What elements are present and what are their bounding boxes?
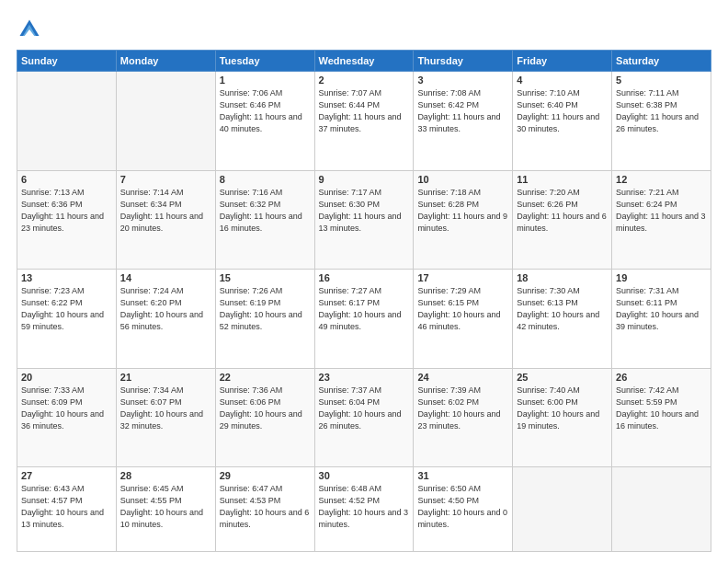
calendar-cell: 3Sunrise: 7:08 AM Sunset: 6:42 PM Daylig…: [414, 72, 513, 171]
day-number: 8: [220, 174, 311, 185]
calendar-cell: 10Sunrise: 7:18 AM Sunset: 6:28 PM Dayli…: [414, 170, 513, 270]
day-number: 26: [616, 372, 707, 383]
cell-info: Sunrise: 7:33 AM Sunset: 6:09 PM Dayligh…: [21, 385, 112, 432]
calendar-cell: [116, 72, 215, 171]
calendar-cell: [612, 467, 711, 552]
cell-info: Sunrise: 6:45 AM Sunset: 4:55 PM Dayligh…: [120, 483, 211, 531]
calendar-cell: 13Sunrise: 7:23 AM Sunset: 6:22 PM Dayli…: [17, 270, 117, 369]
cell-info: Sunrise: 7:42 AM Sunset: 5:59 PM Dayligh…: [616, 385, 707, 432]
calendar-cell: 20Sunrise: 7:33 AM Sunset: 6:09 PM Dayli…: [17, 368, 117, 467]
calendar-cell: 14Sunrise: 7:24 AM Sunset: 6:20 PM Dayli…: [116, 270, 215, 369]
day-number: 2: [319, 75, 410, 86]
day-number: 20: [21, 372, 112, 383]
day-number: 12: [616, 174, 707, 185]
day-number: 19: [616, 272, 707, 283]
logo: [17, 17, 46, 42]
cell-info: Sunrise: 7:16 AM Sunset: 6:32 PM Dayligh…: [220, 187, 311, 235]
day-number: 1: [220, 75, 311, 86]
day-number: 9: [319, 174, 410, 185]
cell-info: Sunrise: 7:39 AM Sunset: 6:02 PM Dayligh…: [417, 385, 508, 432]
day-number: 6: [21, 174, 112, 185]
calendar-cell: 19Sunrise: 7:31 AM Sunset: 6:11 PM Dayli…: [612, 270, 711, 369]
calendar-header-row: SundayMondayTuesdayWednesdayThursdayFrid…: [17, 51, 711, 72]
calendar-cell: 17Sunrise: 7:29 AM Sunset: 6:15 PM Dayli…: [414, 270, 513, 369]
cell-info: Sunrise: 7:29 AM Sunset: 6:15 PM Dayligh…: [417, 285, 508, 333]
calendar-cell: 8Sunrise: 7:16 AM Sunset: 6:32 PM Daylig…: [215, 170, 314, 270]
day-number: 23: [319, 372, 410, 383]
day-number: 21: [120, 372, 211, 383]
day-number: 13: [21, 272, 112, 283]
cell-info: Sunrise: 7:40 AM Sunset: 6:00 PM Dayligh…: [517, 385, 608, 432]
calendar-cell: 9Sunrise: 7:17 AM Sunset: 6:30 PM Daylig…: [314, 170, 414, 270]
calendar-cell: 22Sunrise: 7:36 AM Sunset: 6:06 PM Dayli…: [215, 368, 314, 467]
calendar-cell: 24Sunrise: 7:39 AM Sunset: 6:02 PM Dayli…: [414, 368, 513, 467]
calendar-cell: 31Sunrise: 6:50 AM Sunset: 4:50 PM Dayli…: [414, 467, 513, 552]
day-number: 16: [319, 272, 410, 283]
day-number: 22: [220, 372, 311, 383]
calendar-cell: 6Sunrise: 7:13 AM Sunset: 6:36 PM Daylig…: [17, 170, 117, 270]
calendar-cell: 23Sunrise: 7:37 AM Sunset: 6:04 PM Dayli…: [314, 368, 414, 467]
day-number: 15: [220, 272, 311, 283]
day-number: 11: [517, 174, 608, 185]
calendar-cell: 28Sunrise: 6:45 AM Sunset: 4:55 PM Dayli…: [116, 467, 215, 552]
cell-info: Sunrise: 7:08 AM Sunset: 6:42 PM Dayligh…: [417, 87, 508, 135]
cell-info: Sunrise: 7:30 AM Sunset: 6:13 PM Dayligh…: [517, 285, 608, 333]
cell-info: Sunrise: 7:21 AM Sunset: 6:24 PM Dayligh…: [616, 187, 707, 235]
cell-info: Sunrise: 7:37 AM Sunset: 6:04 PM Dayligh…: [319, 385, 410, 432]
cell-info: Sunrise: 7:11 AM Sunset: 6:38 PM Dayligh…: [616, 87, 707, 135]
cell-info: Sunrise: 7:36 AM Sunset: 6:06 PM Dayligh…: [220, 385, 311, 432]
week-row-2: 6Sunrise: 7:13 AM Sunset: 6:36 PM Daylig…: [17, 170, 711, 270]
cell-info: Sunrise: 7:34 AM Sunset: 6:07 PM Dayligh…: [120, 385, 211, 432]
cell-info: Sunrise: 6:43 AM Sunset: 4:57 PM Dayligh…: [21, 483, 112, 531]
cell-info: Sunrise: 7:10 AM Sunset: 6:40 PM Dayligh…: [517, 87, 608, 135]
day-number: 5: [616, 75, 707, 86]
week-row-4: 20Sunrise: 7:33 AM Sunset: 6:09 PM Dayli…: [17, 368, 711, 467]
week-row-3: 13Sunrise: 7:23 AM Sunset: 6:22 PM Dayli…: [17, 270, 711, 369]
calendar-cell: 15Sunrise: 7:26 AM Sunset: 6:19 PM Dayli…: [215, 270, 314, 369]
cell-info: Sunrise: 6:48 AM Sunset: 4:52 PM Dayligh…: [319, 483, 410, 531]
header-thursday: Thursday: [414, 51, 513, 72]
calendar-cell: 29Sunrise: 6:47 AM Sunset: 4:53 PM Dayli…: [215, 467, 314, 552]
calendar-cell: 11Sunrise: 7:20 AM Sunset: 6:26 PM Dayli…: [513, 170, 612, 270]
cell-info: Sunrise: 7:31 AM Sunset: 6:11 PM Dayligh…: [616, 285, 707, 333]
cell-info: Sunrise: 7:26 AM Sunset: 6:19 PM Dayligh…: [220, 285, 311, 333]
cell-info: Sunrise: 7:24 AM Sunset: 6:20 PM Dayligh…: [120, 285, 211, 333]
calendar-cell: 4Sunrise: 7:10 AM Sunset: 6:40 PM Daylig…: [513, 72, 612, 171]
cell-info: Sunrise: 7:07 AM Sunset: 6:44 PM Dayligh…: [319, 87, 410, 135]
header-friday: Friday: [513, 51, 612, 72]
calendar-cell: [513, 467, 612, 552]
cell-info: Sunrise: 7:14 AM Sunset: 6:34 PM Dayligh…: [120, 187, 211, 235]
cell-info: Sunrise: 7:23 AM Sunset: 6:22 PM Dayligh…: [21, 285, 112, 333]
day-number: 14: [120, 272, 211, 283]
header-sunday: Sunday: [17, 51, 117, 72]
logo-icon: [17, 17, 42, 42]
day-number: 25: [517, 372, 608, 383]
calendar-cell: 21Sunrise: 7:34 AM Sunset: 6:07 PM Dayli…: [116, 368, 215, 467]
calendar-cell: 7Sunrise: 7:14 AM Sunset: 6:34 PM Daylig…: [116, 170, 215, 270]
calendar-cell: 26Sunrise: 7:42 AM Sunset: 5:59 PM Dayli…: [612, 368, 711, 467]
calendar-cell: 1Sunrise: 7:06 AM Sunset: 6:46 PM Daylig…: [215, 72, 314, 171]
calendar: SundayMondayTuesdayWednesdayThursdayFrid…: [17, 50, 711, 552]
day-number: 3: [417, 75, 508, 86]
calendar-cell: 27Sunrise: 6:43 AM Sunset: 4:57 PM Dayli…: [17, 467, 117, 552]
day-number: 10: [417, 174, 508, 185]
calendar-cell: 30Sunrise: 6:48 AM Sunset: 4:52 PM Dayli…: [314, 467, 414, 552]
header-wednesday: Wednesday: [314, 51, 414, 72]
calendar-cell: 16Sunrise: 7:27 AM Sunset: 6:17 PM Dayli…: [314, 270, 414, 369]
cell-info: Sunrise: 6:50 AM Sunset: 4:50 PM Dayligh…: [417, 483, 508, 531]
day-number: 17: [417, 272, 508, 283]
header-tuesday: Tuesday: [215, 51, 314, 72]
day-number: 31: [417, 470, 508, 481]
cell-info: Sunrise: 7:18 AM Sunset: 6:28 PM Dayligh…: [417, 187, 508, 235]
day-number: 7: [120, 174, 211, 185]
calendar-cell: [17, 72, 117, 171]
calendar-cell: 5Sunrise: 7:11 AM Sunset: 6:38 PM Daylig…: [612, 72, 711, 171]
cell-info: Sunrise: 6:47 AM Sunset: 4:53 PM Dayligh…: [220, 483, 311, 531]
cell-info: Sunrise: 7:13 AM Sunset: 6:36 PM Dayligh…: [21, 187, 112, 235]
week-row-1: 1Sunrise: 7:06 AM Sunset: 6:46 PM Daylig…: [17, 72, 711, 171]
day-number: 29: [220, 470, 311, 481]
cell-info: Sunrise: 7:06 AM Sunset: 6:46 PM Dayligh…: [220, 87, 311, 135]
calendar-cell: 18Sunrise: 7:30 AM Sunset: 6:13 PM Dayli…: [513, 270, 612, 369]
page: SundayMondayTuesdayWednesdayThursdayFrid…: [0, 0, 728, 563]
cell-info: Sunrise: 7:27 AM Sunset: 6:17 PM Dayligh…: [319, 285, 410, 333]
